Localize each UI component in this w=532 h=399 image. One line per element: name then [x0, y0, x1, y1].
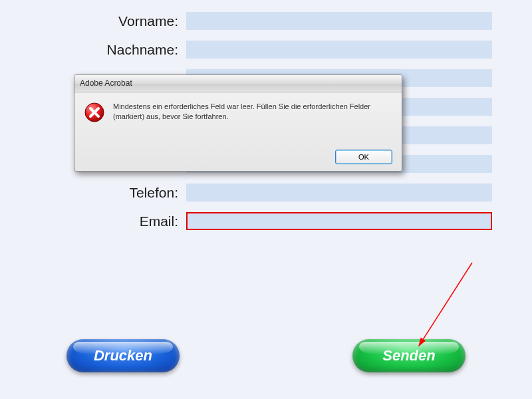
- label-telefon: Telefon:: [0, 185, 186, 201]
- label-vorname: Vorname:: [0, 13, 186, 29]
- field-email[interactable]: [186, 212, 492, 230]
- field-nachname[interactable]: [186, 41, 492, 59]
- svg-line-0: [419, 263, 472, 346]
- send-button[interactable]: Senden: [352, 339, 466, 372]
- dialog-body: Mindestens ein erforderliches Feld war l…: [74, 92, 402, 131]
- button-row: Drucken Senden: [0, 339, 532, 372]
- form-row-vorname: Vorname:: [0, 7, 532, 35]
- label-nachname: Nachname:: [0, 42, 186, 58]
- form-row-email: Email:: [0, 207, 532, 235]
- dialog-footer: OK: [335, 150, 392, 164]
- error-dialog: Adobe Acrobat Mindestens ein erforderlic…: [74, 74, 402, 172]
- label-email: Email:: [0, 213, 186, 229]
- dialog-message: Mindestens ein erforderliches Feld war l…: [113, 102, 392, 126]
- field-vorname[interactable]: [186, 12, 492, 30]
- field-telefon[interactable]: [186, 184, 492, 201]
- dialog-title[interactable]: Adobe Acrobat: [74, 75, 402, 92]
- error-icon: [84, 102, 105, 126]
- form-row-telefon: Telefon:: [0, 178, 532, 207]
- form-row-nachname: Nachname:: [0, 35, 532, 64]
- print-button[interactable]: Drucken: [66, 339, 180, 372]
- dialog-ok-button[interactable]: OK: [335, 150, 392, 164]
